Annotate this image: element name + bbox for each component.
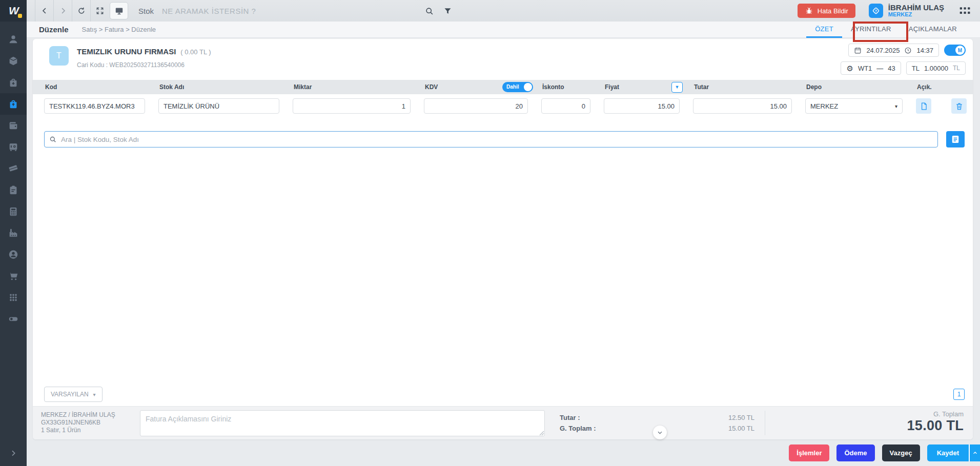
stock-search-input[interactable] xyxy=(44,131,938,147)
sidebar-expand-chevron[interactable] xyxy=(0,440,27,466)
mode-toggle[interactable]: M xyxy=(944,45,966,56)
odeme-button[interactable]: Ödeme xyxy=(836,444,874,461)
logo-letter: W xyxy=(9,5,18,17)
warehouse-select[interactable]: MERKEZ ▾ xyxy=(805,98,903,114)
doc-series[interactable]: WT1 xyxy=(858,65,872,72)
gear-icon: ⚙ xyxy=(846,65,853,72)
calculator-icon xyxy=(8,206,19,217)
user-name: İBRAHİM ULAŞ xyxy=(888,4,944,11)
customer-code: Cari Kodu : WEB202503271136540006 xyxy=(77,61,185,69)
sidebar-item-safe[interactable] xyxy=(0,136,27,158)
trash-icon xyxy=(955,102,964,111)
discount-input[interactable] xyxy=(541,98,590,114)
apps-menu-button[interactable] xyxy=(957,3,973,18)
doc-number[interactable]: 43 xyxy=(888,65,895,72)
invoice-note-textarea[interactable] xyxy=(140,410,545,436)
sidebar-item-calculator[interactable] xyxy=(0,201,27,222)
chevron-down-icon: ▾ xyxy=(93,392,96,397)
customer-avatar[interactable]: T xyxy=(49,46,69,66)
delete-line-button[interactable] xyxy=(951,98,967,114)
summary-divider xyxy=(765,411,765,435)
subheader: Düzenle Satış > Fatura > Düzenle ÖZET AY… xyxy=(27,22,980,38)
forward-button[interactable] xyxy=(53,0,72,22)
sidebar-item-purchases[interactable] xyxy=(0,72,27,93)
invoice-date[interactable]: 24.07.2025 xyxy=(866,47,900,54)
chevron-down-icon: ▾ xyxy=(895,103,897,109)
cart-icon xyxy=(8,270,19,282)
stock-name-input[interactable] xyxy=(158,98,279,114)
expand-totals-button[interactable] xyxy=(653,426,667,439)
series-separator: — xyxy=(876,65,883,72)
customer-name[interactable]: TEMIZLIK URUNU FIRMASI xyxy=(77,47,176,56)
stock-list-button[interactable] xyxy=(946,131,965,147)
sidebar-item-settings-toggle[interactable] xyxy=(0,308,27,330)
vat-input[interactable] xyxy=(424,98,528,114)
price-input[interactable] xyxy=(604,98,680,114)
islemler-button[interactable]: İşlemler xyxy=(789,444,829,461)
preset-row: VARSAYILAN ▾ 1 xyxy=(44,386,965,403)
safe-icon xyxy=(8,141,19,153)
col-acik: Açık. xyxy=(916,83,951,91)
svg-text:?: ? xyxy=(874,9,877,13)
rate-currency: TL xyxy=(953,65,960,72)
price-type-dropdown[interactable]: ▼ xyxy=(671,82,683,93)
quantity-input[interactable] xyxy=(293,98,411,114)
refresh-icon xyxy=(77,6,86,15)
sidebar-item-package[interactable] xyxy=(0,50,27,72)
global-search-input[interactable] xyxy=(162,1,418,21)
row-count-line: 1 Satır, 1 Ürün xyxy=(41,427,115,434)
user-menu[interactable]: ? İBRAHİM ULAŞ MERKEZ xyxy=(869,4,944,18)
date-time-field[interactable]: 24.07.2025 14:37 xyxy=(848,44,939,57)
vazgec-button[interactable]: Vazgeç xyxy=(882,444,920,461)
back-button[interactable] xyxy=(35,0,53,22)
sidebar: W xyxy=(0,0,27,466)
sidebar-item-user[interactable] xyxy=(0,29,27,50)
funnel-icon xyxy=(443,7,452,15)
summary-strip: MERKEZ / İBRAHİM ULAŞ GX33G91NJNEN6KB 1 … xyxy=(33,406,973,439)
sidebar-item-vouchers[interactable] xyxy=(0,158,27,179)
grand-total: G. Toplam 15.00 TL xyxy=(907,410,964,434)
tab-ayrintilar[interactable]: AYRINTILAR xyxy=(842,22,900,38)
exchange-rate[interactable]: 1.00000 xyxy=(924,65,948,72)
report-error-button[interactable]: Hata Bildir xyxy=(798,4,855,18)
stock-code-input[interactable] xyxy=(44,98,145,114)
filter-button[interactable] xyxy=(440,3,455,18)
line-description-button[interactable] xyxy=(916,98,931,114)
sidebar-item-apps[interactable] xyxy=(0,287,27,308)
page-badge[interactable]: 1 xyxy=(953,389,965,400)
toggle-icon xyxy=(8,313,19,325)
sidebar-item-sales[interactable] xyxy=(0,93,27,115)
sidebar-item-cart[interactable] xyxy=(0,265,27,287)
chevron-down-icon: ▼ xyxy=(675,84,680,90)
preset-label: VARSAYILAN xyxy=(51,391,89,398)
person-circle-icon xyxy=(8,249,19,260)
sidebar-item-wallet[interactable] xyxy=(0,115,27,136)
invoice-time[interactable]: 14:37 xyxy=(916,47,933,54)
currency-field[interactable]: TL 1.00000 TL xyxy=(906,61,966,75)
document-icon xyxy=(920,102,928,111)
display-mode-button[interactable] xyxy=(110,2,128,19)
breadcrumb[interactable]: Satış > Fatura > Düzenle xyxy=(82,26,156,33)
amount-input[interactable] xyxy=(693,98,792,114)
currency-code[interactable]: TL xyxy=(912,65,920,72)
grand-total-label: G. Toplam xyxy=(907,410,964,418)
kaydet-button[interactable]: Kaydet xyxy=(927,444,969,461)
app-logo[interactable]: W xyxy=(0,0,27,22)
tab-ozet[interactable]: ÖZET xyxy=(806,22,842,38)
sidebar-item-production[interactable] xyxy=(0,222,27,244)
refresh-button[interactable] xyxy=(72,0,90,22)
document-number-field[interactable]: ⚙ WT1 — 43 xyxy=(841,61,901,75)
chevron-right-icon xyxy=(58,6,68,15)
invoice-line-row: MERKEZ ▾ xyxy=(33,94,973,118)
kaydet-options-button[interactable] xyxy=(969,444,980,461)
search-button[interactable] xyxy=(421,3,437,18)
tab-aciklamalar[interactable]: AÇIKLAMALAR xyxy=(900,22,966,38)
logo-plus-dot xyxy=(18,14,22,18)
kdv-included-toggle[interactable]: Dahil xyxy=(502,82,533,92)
branch-user-line: MERKEZ / İBRAHİM ULAŞ xyxy=(41,411,115,419)
fullscreen-button[interactable] xyxy=(90,0,109,22)
sidebar-item-clipboard[interactable] xyxy=(0,179,27,201)
col-kdv: KDV Dahil xyxy=(424,82,541,92)
preset-select[interactable]: VARSAYILAN ▾ xyxy=(44,387,103,402)
sidebar-item-customers[interactable] xyxy=(0,244,27,265)
